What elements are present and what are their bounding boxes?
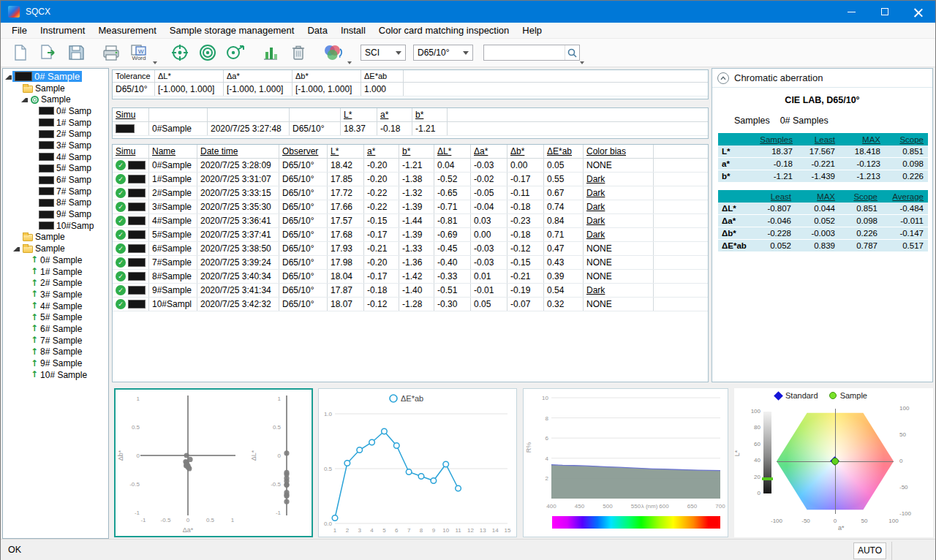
tree-item[interactable]: ↑8# Sample bbox=[3, 347, 108, 358]
standard-header-label[interactable]: a* bbox=[380, 110, 388, 120]
search-box[interactable] bbox=[483, 45, 580, 61]
header-label[interactable]: ΔE*ab bbox=[547, 146, 572, 156]
tree-item[interactable]: 3# Samp bbox=[3, 140, 108, 151]
tree-item[interactable]: 9# Samp bbox=[3, 208, 108, 220]
collapse-button[interactable] bbox=[717, 72, 729, 84]
illuminant-observer-select[interactable]: D65/10° bbox=[413, 45, 473, 61]
search-input[interactable] bbox=[484, 45, 565, 60]
tree-item[interactable]: 8# Samp bbox=[3, 197, 108, 209]
header-label[interactable]: Date time bbox=[200, 146, 238, 156]
tree-item[interactable]: 0# Sample bbox=[3, 71, 108, 83]
color-bias-link[interactable]: Dark bbox=[586, 285, 605, 295]
tree-item[interactable]: Sample bbox=[3, 94, 108, 105]
tree-item[interactable]: Sample bbox=[3, 232, 108, 243]
tree-item[interactable]: Sample bbox=[3, 243, 108, 254]
expand-icon[interactable] bbox=[5, 75, 12, 80]
menu-item-help[interactable]: Help bbox=[516, 23, 548, 37]
white-calibration-button[interactable] bbox=[194, 39, 222, 66]
header-label[interactable]: Simu bbox=[116, 146, 135, 156]
header-label[interactable]: b* bbox=[402, 146, 410, 156]
sci-sce-select[interactable]: SCI bbox=[361, 45, 406, 61]
save-button[interactable] bbox=[62, 39, 90, 66]
toolbar-group-caret-icon[interactable] bbox=[347, 61, 352, 64]
tree-item[interactable]: ↑1# Sample bbox=[3, 266, 108, 278]
copy-report-button[interactable] bbox=[97, 39, 125, 66]
color-bias-link[interactable]: Dark bbox=[586, 188, 605, 198]
menu-item-instrument[interactable]: Instrument bbox=[34, 23, 91, 37]
export-word-button[interactable]: W Word bbox=[125, 39, 153, 66]
menu-item-color-card-matching-inspection[interactable]: Color card matching inspection bbox=[372, 23, 516, 37]
lab-colorwheel-panel[interactable]: Standard Sample L* 100806040200 100500-5… bbox=[734, 388, 933, 537]
minimize-button[interactable] bbox=[834, 1, 868, 23]
search-icon[interactable] bbox=[565, 45, 579, 60]
header-label[interactable]: Δa* bbox=[474, 146, 488, 156]
new-document-button[interactable] bbox=[7, 39, 34, 66]
tree-item[interactable]: 1# Samp bbox=[3, 117, 108, 129]
auto-button[interactable]: AUTO bbox=[853, 542, 886, 559]
color-bias-link[interactable]: Dark bbox=[586, 202, 605, 212]
tree-item[interactable]: ↑3# Sample bbox=[3, 289, 108, 300]
menu-item-data[interactable]: Data bbox=[301, 23, 333, 37]
sample-color-swatch bbox=[128, 161, 146, 170]
tree-item[interactable]: Sample bbox=[3, 83, 108, 94]
standard-header-label[interactable]: L* bbox=[344, 110, 352, 120]
tree-item[interactable]: 10#Samp bbox=[3, 220, 108, 232]
header-label[interactable]: Δb* bbox=[510, 146, 524, 156]
tree-item[interactable]: ↑5# Sample bbox=[3, 311, 108, 323]
chart-button[interactable] bbox=[257, 39, 284, 66]
menu-item-measurement[interactable]: Measurement bbox=[91, 23, 162, 37]
tree-item[interactable]: 4# Samp bbox=[3, 151, 108, 163]
maximize-button[interactable] bbox=[868, 1, 902, 23]
tree-item[interactable]: ↑10# Sample bbox=[3, 369, 108, 381]
header-label[interactable]: L* bbox=[331, 146, 339, 156]
tree-item[interactable]: ↑2# Sample bbox=[3, 277, 108, 289]
svg-text:-0.5: -0.5 bbox=[271, 481, 281, 488]
delete-button[interactable] bbox=[284, 39, 312, 66]
delta-e-line-chart-panel[interactable]: ΔE*ab0.00.51.0123456789101112131415 bbox=[318, 388, 517, 537]
menu-item-file[interactable]: File bbox=[5, 23, 34, 37]
tree-item[interactable]: 5# Samp bbox=[3, 163, 108, 175]
expand-icon[interactable] bbox=[13, 247, 20, 251]
stat-value-cell: 0.226 bbox=[839, 227, 882, 239]
header-label[interactable]: ΔL* bbox=[437, 146, 451, 156]
tree-item[interactable]: 7# Samp bbox=[3, 186, 108, 197]
tree-item[interactable]: ↑4# Sample bbox=[3, 300, 108, 312]
stat-value-cell: 0.851 bbox=[885, 145, 928, 157]
spectrum-bar bbox=[552, 516, 720, 529]
menu-item-install[interactable]: Install bbox=[334, 23, 372, 37]
sample-swatch-icon bbox=[15, 72, 32, 81]
header-label[interactable]: Color bias bbox=[586, 146, 626, 156]
standard-header-label[interactable]: Simu bbox=[116, 110, 135, 120]
color-bias-link[interactable]: Dark bbox=[586, 230, 605, 240]
delta-scatter-chart-panel[interactable]: -1-1-0.5-0.5000.50.511Δb*Δa*ΔL*-1-0.500.… bbox=[114, 388, 313, 537]
menu-item-sample-storage-management[interactable]: Sample storage management bbox=[163, 23, 301, 37]
tree-item[interactable]: ↑9# Sample bbox=[3, 357, 108, 369]
color-management-button[interactable] bbox=[320, 39, 347, 66]
toolbar-group-caret-icon[interactable] bbox=[580, 61, 584, 64]
black-calibration-button[interactable] bbox=[166, 39, 194, 66]
expand-icon[interactable] bbox=[21, 98, 28, 102]
tree-item[interactable]: 2# Samp bbox=[3, 128, 108, 140]
color-bias-link[interactable]: Dark bbox=[586, 174, 605, 184]
header-label[interactable]: a* bbox=[367, 146, 375, 156]
expander-spacer bbox=[21, 303, 28, 309]
standard-header-label[interactable]: b* bbox=[415, 110, 423, 120]
tree-item[interactable]: ↑6# Sample bbox=[3, 323, 108, 335]
tree-item[interactable]: 0# Samp bbox=[3, 105, 108, 117]
measure-button[interactable] bbox=[222, 39, 249, 66]
stat-value-cell: 17.567 bbox=[797, 145, 839, 157]
header-label[interactable]: Observer bbox=[282, 146, 318, 156]
toolbar-group-caret-icon[interactable] bbox=[153, 61, 157, 64]
tree-item[interactable]: ↑7# Sample bbox=[3, 335, 108, 347]
color-bias-link[interactable]: Dark bbox=[586, 216, 605, 226]
export-button[interactable] bbox=[34, 39, 62, 66]
svg-text:8: 8 bbox=[420, 527, 423, 534]
svg-text:R%: R% bbox=[525, 442, 532, 453]
cie-lab-subtitle: CIE LAB, D65/10° bbox=[712, 95, 932, 105]
header-label[interactable]: Name bbox=[152, 146, 176, 156]
pass-check-icon: ✓ bbox=[116, 243, 126, 254]
tree-item[interactable]: ↑0# Sample bbox=[3, 254, 108, 266]
close-button[interactable] bbox=[902, 1, 935, 23]
tree-item[interactable]: 6# Samp bbox=[3, 174, 108, 186]
reflectance-chart-panel[interactable]: 246810R%400450500550600650700λ (nm) bbox=[523, 388, 728, 537]
